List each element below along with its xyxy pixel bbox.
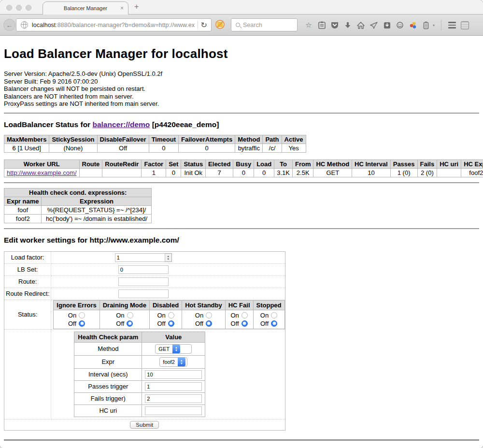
downloads-icon[interactable]	[343, 21, 352, 29]
radio-hot-standby-off[interactable]	[206, 320, 212, 327]
cell-disablefailover: Off	[97, 144, 149, 152]
hc-expressions-title: Health check cond. expressions:	[4, 188, 152, 197]
bottom-divider	[4, 439, 479, 441]
number-spinner-icon[interactable]: ▲▼	[165, 253, 172, 262]
content-blocked-icon[interactable]	[215, 20, 225, 29]
column-header: Stopped	[253, 300, 284, 310]
tab-close-icon[interactable]: ×	[120, 5, 124, 12]
home-icon[interactable]	[356, 21, 365, 29]
site-identity-globe-icon[interactable]	[21, 21, 28, 29]
radio-disabled-on[interactable]	[168, 312, 174, 318]
minimize-window-button[interactable]	[16, 5, 22, 11]
search-bar[interactable]: Search	[231, 18, 298, 31]
cell-elected: 7	[206, 168, 233, 177]
radio-hot-standby-on[interactable]	[206, 312, 212, 318]
radio-stopped-on[interactable]	[271, 312, 277, 318]
form-row-submit: Submit	[4, 419, 285, 430]
table-header-row: MaxMembers StickySession DisableFailover…	[4, 135, 306, 144]
hc-row-expr: Expr foof2▲▼	[74, 355, 205, 368]
lb-set-label: LB Set:	[4, 263, 51, 275]
fails-label: Fails trigger)	[74, 392, 142, 405]
cell-factor: 1	[142, 168, 166, 177]
radio-stopped-off[interactable]	[271, 320, 277, 327]
load-factor-input[interactable]	[115, 253, 165, 262]
cell-route	[79, 168, 102, 177]
on-label: On	[68, 311, 76, 319]
window-controls[interactable]	[6, 5, 31, 11]
tab-balancer-manager[interactable]: Balancer Manager ×	[43, 1, 128, 14]
browser-window: Balancer Manager × + ← localhost:8880/ba…	[0, 0, 483, 448]
chevron-down-icon[interactable]: ▾	[433, 23, 435, 28]
cell-active: Yes	[282, 144, 306, 152]
cell-passes: 1 (0)	[390, 168, 417, 177]
route-redirect-input[interactable]	[118, 289, 169, 298]
radio-draining-mode-off[interactable]	[127, 320, 133, 327]
column-header: Set	[166, 159, 181, 168]
download-extension-icon[interactable]	[383, 21, 391, 29]
passes-label: Passes trigger	[74, 380, 142, 392]
interval-input[interactable]	[145, 370, 202, 379]
column-header: Worker URL	[4, 159, 80, 168]
radio-hc-fail-on[interactable]	[242, 312, 248, 318]
off-label: Off	[195, 319, 203, 328]
cell-hc-uri	[437, 168, 461, 177]
column-header: Method	[235, 135, 263, 144]
new-tab-button[interactable]: +	[134, 2, 139, 11]
radio-disabled-off[interactable]	[168, 320, 174, 327]
grid-extension-icon[interactable]	[461, 21, 469, 29]
expr-select[interactable]: foof2▲▼	[159, 357, 187, 367]
column-header: Timeout	[149, 135, 178, 144]
route-input[interactable]	[118, 277, 169, 286]
radio-ignore-errors-off[interactable]	[79, 320, 85, 327]
column-header: HC uri	[437, 159, 461, 168]
health-check-table: Health Check param Value Method GET▲▼ Ex…	[74, 332, 205, 417]
close-window-button[interactable]	[6, 5, 12, 11]
column-header: Health Check param	[74, 332, 142, 342]
route-redirect-label: Route Redirect:	[4, 288, 51, 300]
on-label: On	[116, 311, 124, 319]
balancer-link[interactable]: balancer://demo	[92, 120, 150, 129]
status-header-row: Ignore Errors Draining Mode Disabled Hot…	[54, 300, 284, 310]
back-button[interactable]: ←	[3, 19, 15, 31]
column-header: Disabled	[149, 300, 182, 310]
toolbar-divider	[441, 20, 441, 30]
send-tab-icon[interactable]	[369, 21, 378, 29]
column-header: MaxMembers	[4, 135, 49, 144]
form-row-route-redirect: Route Redirect:	[4, 288, 285, 300]
bookmark-star-icon[interactable]: ☆	[304, 21, 313, 29]
battery-extension-icon[interactable]	[422, 21, 430, 29]
hc-uri-label: HC uri	[74, 405, 142, 417]
hc-uri-input[interactable]	[145, 406, 202, 415]
passes-input[interactable]	[145, 382, 202, 391]
pocket-icon[interactable]	[330, 21, 339, 29]
fails-input[interactable]	[145, 394, 202, 403]
method-select[interactable]: GET▲▼	[155, 344, 192, 354]
cell-expression: hc('body') =~ /domain is established/	[42, 214, 152, 223]
hc-row-method: Method GET▲▼	[74, 342, 205, 355]
zoom-window-button[interactable]	[26, 5, 31, 11]
worker-url-link[interactable]: http://www.example.com/	[7, 169, 77, 176]
reading-list-icon[interactable]	[317, 21, 326, 29]
method-select-value: GET	[156, 345, 172, 353]
table-title-row: Health check cond. expressions:	[4, 188, 152, 197]
column-header: Active	[282, 135, 306, 144]
lb-set-input[interactable]	[118, 265, 169, 274]
radio-draining-mode-on[interactable]	[127, 312, 133, 318]
load-factor-label: Load factor:	[4, 251, 51, 263]
url-bar[interactable]: localhost:8880/balancer-manager?b=demo&w…	[16, 18, 212, 31]
colored-dots-extension-icon[interactable]	[409, 21, 417, 29]
submit-button[interactable]: Submit	[130, 421, 159, 429]
status-table: Ignore Errors Draining Mode Disabled Hot…	[53, 300, 284, 329]
radio-hc-fail-off[interactable]	[242, 320, 248, 327]
column-header: Passes	[390, 159, 417, 168]
off-label: Off	[116, 319, 124, 328]
reload-icon[interactable]: ↻	[201, 21, 208, 29]
column-header: Elected	[206, 159, 233, 168]
menu-hamburger-icon[interactable]	[448, 21, 456, 29]
radio-ignore-errors-on[interactable]	[79, 312, 85, 318]
url-text[interactable]: localhost:8880/balancer-manager?b=demo&w…	[32, 22, 195, 29]
urlbar-divider	[198, 21, 198, 29]
chat-smiley-icon[interactable]	[396, 21, 404, 29]
divider	[4, 113, 479, 114]
cell-load: 0	[254, 168, 274, 177]
